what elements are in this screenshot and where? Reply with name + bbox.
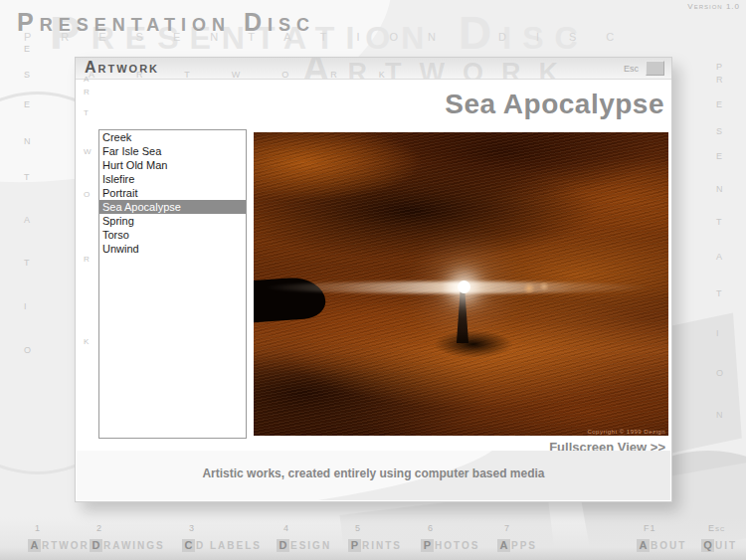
menu-item-label: ARTWORK <box>28 536 98 553</box>
menu-item-label: APPS <box>497 536 537 553</box>
decor-letter: N <box>24 136 31 146</box>
decor-letter: E <box>24 99 30 109</box>
list-item-sea-apocalypse[interactable]: Sea Apocalypse <box>99 200 246 214</box>
decor-letter: O <box>716 368 723 378</box>
list-item-torso[interactable]: Torso <box>99 228 246 242</box>
menu-item-label: QUIT <box>701 536 737 553</box>
decor-letter: S <box>716 126 722 136</box>
menu-item-label: PRINTS <box>348 536 402 553</box>
window-header: Artwork Artwork Artwork Esc <box>76 58 671 80</box>
decor-letter: E <box>716 99 722 109</box>
menu-item-apps[interactable]: 7APPS <box>497 523 537 554</box>
menu-item-design[interactable]: 4DESIGN <box>277 523 331 554</box>
menu-key-label: 2 <box>96 523 165 533</box>
menu-item-label: ABOUT <box>637 536 686 553</box>
decor-letter: T <box>716 217 722 227</box>
keycap: A <box>497 539 510 552</box>
image-copyright: Copyright © 1999 Dezign <box>587 429 665 435</box>
menu-key-label: 7 <box>504 523 537 533</box>
menu-item-label: CD LABELS <box>182 536 262 553</box>
decor-letter: K <box>84 337 89 346</box>
menu-label-rest: RINTS <box>362 540 402 551</box>
menu-item-prints[interactable]: 5PRINTS <box>348 523 402 554</box>
list-item-unwind[interactable]: Unwind <box>99 242 246 256</box>
menu-item-label: PHOTOS <box>421 536 479 553</box>
keycap: Q <box>701 539 714 552</box>
artwork-image: Copyright © 1999 Dezign <box>254 132 668 436</box>
bottom-menu-bar: 1ARTWORK2DRAWINGS3CD LABELS4DESIGN5PRINT… <box>0 517 746 560</box>
menu-item-drawings[interactable]: 2DRAWINGS <box>90 523 165 554</box>
menu-label-rest: HOTOS <box>435 540 479 551</box>
menu-key-label: Esc <box>708 523 737 533</box>
menu-item-about[interactable]: F1ABOUT <box>637 523 686 554</box>
window-side-letters: ARTWORK <box>84 58 95 501</box>
menu-key-label: 6 <box>428 523 479 533</box>
decor-letter: R <box>716 75 723 85</box>
menu-key-label: 3 <box>189 523 262 533</box>
lighthouse-light <box>458 280 470 293</box>
list-item-creek[interactable]: Creek <box>99 130 246 144</box>
decor-letter: T <box>716 288 722 298</box>
version-label: Version 1.0 <box>687 2 740 11</box>
decor-letter: T <box>24 258 30 268</box>
decor-letter: P <box>716 62 722 72</box>
decor-letter: N <box>716 184 723 194</box>
decor-letter: W <box>84 147 92 156</box>
lens-flare-orb <box>523 282 535 294</box>
right-letter-column: PRESENTATION <box>716 0 730 560</box>
artwork-window: Artwork Artwork Artwork Esc ARTWORK Sea … <box>75 57 672 502</box>
menu-item-label: DESIGN <box>277 536 331 553</box>
presentation-disc-screen: Presentation Disc Presentation Disc Pres… <box>0 0 746 560</box>
menu-label-rest: PPS <box>511 540 537 551</box>
decor-letter: O <box>84 190 90 199</box>
list-item-portrait[interactable]: Portrait <box>99 186 246 200</box>
decor-letter: N <box>716 410 723 420</box>
menu-label-rest: RAWINGS <box>103 540 165 551</box>
list-item-hurt-old-man[interactable]: Hurt Old Man <box>99 158 246 172</box>
menu-label-rest: BOUT <box>651 540 686 551</box>
menu-key-label: F1 <box>644 523 686 533</box>
keycap: P <box>421 539 434 552</box>
menu-key-label: 4 <box>283 523 331 533</box>
keycap: D <box>90 539 102 552</box>
keycap: A <box>28 539 41 552</box>
decor-letter: A <box>24 215 30 225</box>
decor-letter: I <box>24 301 27 311</box>
list-item-far-isle-sea[interactable]: Far Isle Sea <box>99 144 246 158</box>
window-title-echo: Artwork <box>89 70 427 80</box>
menu-item-label: DRAWINGS <box>90 536 165 553</box>
decor-letter: A <box>716 252 722 262</box>
caption-text: Artistic works, created entirely using c… <box>77 467 670 480</box>
menu-item-cd-labels[interactable]: 3CD LABELS <box>182 523 262 554</box>
lens-flare-orb <box>539 281 549 291</box>
esc-label: Esc <box>624 64 639 74</box>
menu-label-rest: D LABELS <box>196 540 262 551</box>
list-item-spring[interactable]: Spring <box>99 214 246 228</box>
menu-key-label: 5 <box>355 523 402 533</box>
app-title-echo: Presentation Disc <box>24 31 644 43</box>
decor-letter: A <box>84 75 89 84</box>
decor-letter: E <box>716 151 722 161</box>
keycap: A <box>637 539 650 552</box>
decor-letter: I <box>716 328 719 338</box>
decor-letter: E <box>24 44 30 54</box>
menu-label-rest: ESIGN <box>290 540 331 551</box>
decor-letter: R <box>84 255 90 264</box>
decor-letter: T <box>24 172 30 182</box>
menu-item-artwork[interactable]: 1ARTWORK <box>28 523 98 554</box>
menu-label-rest: UIT <box>715 540 737 551</box>
keycap: C <box>182 539 195 552</box>
keycap: D <box>277 539 289 552</box>
artwork-title: Sea Apocalypse <box>445 89 664 120</box>
decor-letter: S <box>24 70 30 80</box>
decor-letter: T <box>84 108 89 117</box>
decor-letter: O <box>24 345 31 355</box>
rock-silhouette <box>431 329 516 359</box>
esc-button[interactable] <box>646 61 664 76</box>
menu-item-quit[interactable]: EscQUIT <box>701 523 737 554</box>
left-letter-column: ESENTATIO <box>24 0 38 560</box>
menu-item-photos[interactable]: 6PHOTOS <box>421 523 479 554</box>
artwork-list[interactable]: CreekFar Isle SeaHurt Old ManIslefirePor… <box>98 129 247 439</box>
list-item-islefire[interactable]: Islefire <box>99 172 246 186</box>
window-footer: Artistic works, created entirely using c… <box>77 451 670 500</box>
